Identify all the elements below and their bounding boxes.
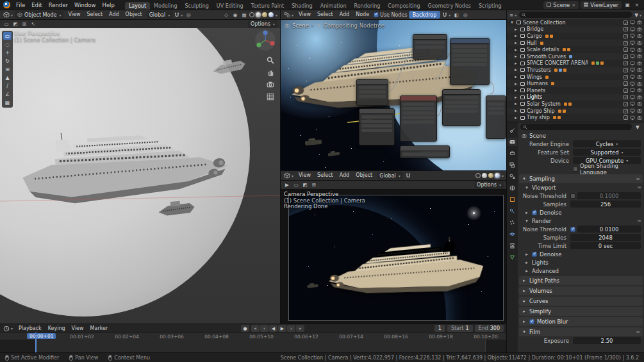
compositor-node[interactable]: [413, 34, 447, 60]
workspace-tab[interactable]: Scripting: [475, 2, 506, 10]
compositor-node[interactable]: [400, 95, 437, 142]
selectable-toggle-icon[interactable]: ✓: [623, 88, 628, 93]
outliner-search-input[interactable]: [519, 12, 632, 18]
timeline-menu-item[interactable]: Marker: [87, 324, 111, 333]
shading-wireframe-icon[interactable]: [475, 173, 481, 178]
viewport-visibility-icon[interactable]: [630, 74, 635, 79]
render-visibility-icon[interactable]: [637, 54, 642, 59]
render-visibility-icon[interactable]: [637, 47, 642, 53]
viewport-visibility-icon[interactable]: [630, 40, 635, 45]
viewport-menu-item[interactable]: Select: [83, 10, 106, 19]
outliner-collection-row[interactable]: ▸ Cargo ✓: [507, 33, 644, 40]
snap-magnet-icon[interactable]: ▾: [442, 12, 451, 19]
tab-tool[interactable]: [508, 126, 517, 135]
tab-render[interactable]: [508, 138, 517, 146]
3d-viewport-canvas[interactable]: User Perspective (1) Scene Collection | …: [0, 28, 280, 324]
render-visibility-icon[interactable]: [637, 67, 642, 72]
render-visibility-icon[interactable]: [637, 88, 642, 93]
samples-field[interactable]: 2048: [570, 234, 641, 241]
viewport-visibility-icon[interactable]: [630, 95, 635, 100]
tab-output[interactable]: [508, 149, 517, 158]
viewport-visibility-icon[interactable]: [630, 47, 635, 53]
tool-annotate[interactable]: /: [3, 82, 12, 90]
shading-wireframe-icon[interactable]: [249, 12, 254, 17]
exposure-field[interactable]: 2.50: [573, 337, 641, 344]
compositor-canvas[interactable]: Scene › Compositing Nodetree: [281, 20, 506, 170]
camera-view-menu-item[interactable]: Add: [336, 171, 353, 180]
subsection-render[interactable]: ▾Render≡: [518, 217, 644, 225]
show-gizmo-icon[interactable]: ◇: [222, 12, 230, 19]
outliner-collection-row[interactable]: ▸ Thrusters ✓: [507, 67, 644, 74]
noise-threshold-checkbox[interactable]: [570, 193, 575, 199]
shading-solid-icon[interactable]: [482, 173, 487, 178]
mode-dropdown[interactable]: Object Mode▾: [15, 11, 63, 19]
selectable-toggle-icon[interactable]: ✓: [623, 27, 628, 31]
topbar-menu-item[interactable]: File: [13, 1, 28, 10]
next-keyframe-button[interactable]: ›: [287, 325, 295, 332]
collapsed-section[interactable]: ▸Light Paths: [519, 276, 643, 285]
compositor-node[interactable]: [359, 108, 395, 145]
collapsed-section[interactable]: ▸Simplify: [519, 307, 643, 316]
subsection-denoise-viewport[interactable]: ▸ Denoise: [518, 208, 644, 217]
motion-blur-checkbox[interactable]: [529, 319, 534, 324]
scene-unlink-icon[interactable]: ×: [572, 3, 575, 8]
outliner-collection-row[interactable]: ▸ Planets ✓: [507, 87, 644, 94]
noise-threshold-field[interactable]: 0.0100: [577, 226, 641, 233]
section-film[interactable]: ▾Film≡: [519, 327, 643, 336]
subsection-viewport[interactable]: ▾Viewport≡: [518, 183, 644, 192]
selectable-toggle-icon[interactable]: ✓: [623, 95, 628, 99]
compositor-node[interactable]: [442, 89, 481, 126]
ortho-grid-icon[interactable]: [267, 93, 274, 101]
tool-select-box[interactable]: ▭: [3, 32, 12, 40]
render-visibility-icon[interactable]: [637, 108, 642, 113]
outliner-collection-row[interactable]: ▸ Wings ✓: [507, 74, 644, 81]
outliner-collection-row[interactable]: ▸ Cargo Ship ✓: [507, 108, 644, 115]
section-sampling[interactable]: ▾Sampling≡: [519, 174, 643, 183]
compositor-node[interactable]: [356, 79, 388, 106]
workspace-tab[interactable]: Compositing: [384, 2, 424, 10]
render-visibility-icon[interactable]: [637, 101, 642, 106]
options-dropdown[interactable]: Options▾: [248, 21, 277, 28]
viewport-visibility-icon[interactable]: [630, 20, 635, 25]
timeline-menu-item[interactable]: Keying: [45, 324, 69, 333]
frame-start-field[interactable]: Start1: [447, 325, 473, 332]
workspace-tab[interactable]: UV Editing: [213, 2, 247, 10]
viewport-visibility-icon[interactable]: [630, 33, 635, 38]
editor-type-icon[interactable]: ▾: [283, 12, 294, 19]
section-motion-blur[interactable]: ▸ Motion Blur: [519, 317, 643, 326]
select-subtract-icon[interactable]: ⊞: [310, 181, 318, 188]
pan-hand-icon[interactable]: [267, 69, 274, 76]
timeline-menu-item[interactable]: View: [69, 324, 87, 333]
selectable-toggle-icon[interactable]: ✓: [623, 21, 628, 25]
selectable-toggle-icon[interactable]: ✓: [623, 54, 628, 59]
selectable-toggle-icon[interactable]: ✓: [623, 102, 628, 106]
workspace-tab[interactable]: Texture Paint: [247, 2, 288, 10]
subsection-denoise-render[interactable]: ▸ Denoise: [518, 250, 644, 258]
compositor-node[interactable]: [450, 38, 490, 85]
panel-menu-icon[interactable]: ≡: [637, 185, 641, 190]
viewport-visibility-icon[interactable]: [630, 108, 635, 113]
render-visibility-icon[interactable]: [637, 115, 642, 120]
workspace-tab[interactable]: Rendering: [350, 2, 384, 10]
tool-rotate[interactable]: ↻: [3, 57, 12, 65]
render-visibility-icon[interactable]: [637, 33, 642, 38]
panel-menu-icon[interactable]: ≡: [637, 218, 641, 224]
select-mode-icon[interactable]: ▶: [283, 181, 291, 188]
render-visibility-icon[interactable]: [637, 81, 642, 86]
compositor-menu-item[interactable]: View: [295, 10, 314, 19]
selectable-toggle-icon[interactable]: ✓: [623, 115, 628, 120]
tool-transform[interactable]: ▲: [3, 74, 12, 81]
properties-search-input[interactable]: [520, 124, 632, 130]
select-extend-icon[interactable]: ◩: [12, 21, 19, 28]
shading-solid-icon[interactable]: [256, 12, 261, 17]
collapsed-section[interactable]: ▸Volumes: [519, 286, 643, 295]
render-visibility-icon[interactable]: [637, 27, 642, 32]
time-limit-field[interactable]: 0 sec: [570, 242, 641, 249]
breadcrumb-scene[interactable]: Scene: [529, 133, 546, 139]
viewport-menu-item[interactable]: Add: [106, 10, 122, 19]
use-nodes-checkbox[interactable]: [374, 12, 379, 17]
tab-constraints[interactable]: [508, 242, 517, 250]
select-box-icon[interactable]: ▭: [292, 181, 300, 188]
tab-modifiers[interactable]: [508, 207, 517, 215]
topbar-menu-item[interactable]: Render: [45, 1, 71, 10]
